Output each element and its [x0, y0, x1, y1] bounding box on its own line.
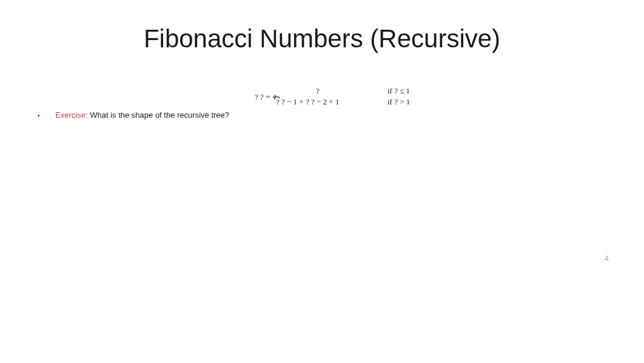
formula-case2-cond: if ? > 1: [387, 97, 410, 107]
page-number: 4: [605, 254, 609, 263]
formula-case2-expr: ? ? − 1 + ? ? − 2 + 1: [276, 97, 339, 107]
slide: Fibonacci Numbers (Recursive) ? ? = ቊ ? …: [0, 0, 644, 363]
exercise-label: Exercise: [55, 110, 86, 120]
slide-title: Fibonacci Numbers (Recursive): [0, 24, 644, 53]
bullet-dot-icon: •: [38, 112, 40, 119]
bullet-item: • Exercise: What is the shape of the rec…: [38, 110, 229, 120]
formula-case1-expr: ?: [316, 86, 320, 96]
formula-case1-cond: if ? ≤ 1: [387, 86, 410, 96]
exercise-text: : What is the shape of the recursive tre…: [86, 110, 229, 120]
formula-lhs: ? ? =: [255, 92, 270, 102]
